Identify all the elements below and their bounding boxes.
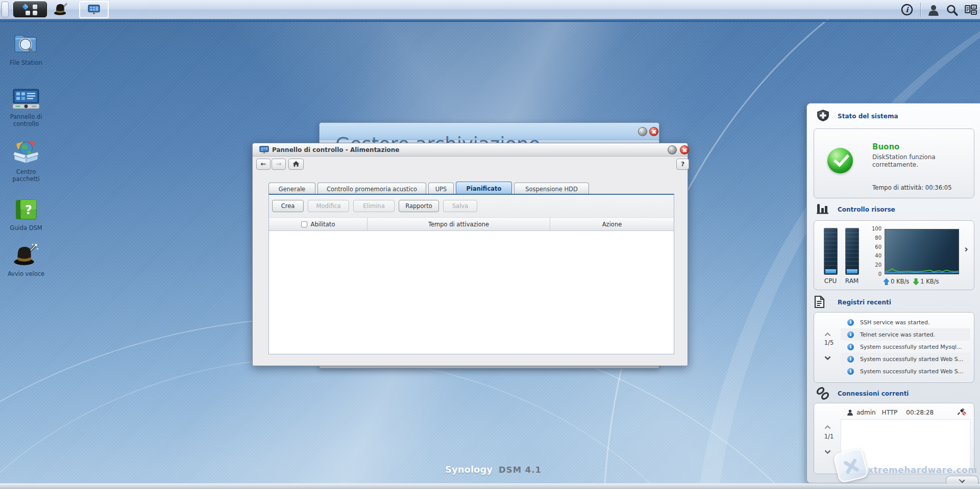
axis-tick: 40 xyxy=(868,253,881,259)
desktop-icon-control-panel[interactable]: Pannello di controllo xyxy=(1,89,52,127)
log-row[interactable]: iSystem successfully started Mysql... xyxy=(841,341,970,353)
logs-page-up[interactable] xyxy=(824,329,831,333)
salva-button[interactable]: Salva xyxy=(443,200,477,212)
desktop-icon-file-station[interactable]: File Station xyxy=(1,32,52,66)
connections-page-down[interactable] xyxy=(824,446,831,450)
pilot-view-icon xyxy=(965,5,977,15)
desktop-background: i File Station Pannello di controllo Cen… xyxy=(0,0,980,489)
log-row[interactable]: iTelnet service was started. xyxy=(841,328,970,341)
column-header-azione[interactable]: Azione xyxy=(550,218,674,230)
crea-button[interactable]: Crea xyxy=(272,200,304,212)
desktop-icon-dsm-help[interactable]: ? Guida DSM xyxy=(1,199,52,231)
svg-text:?: ? xyxy=(25,203,32,217)
top-bar xyxy=(0,0,980,19)
log-text: SSH service was started. xyxy=(860,319,929,326)
sidebar-collapse-tab[interactable] xyxy=(946,476,978,484)
main-menu-button[interactable] xyxy=(13,2,47,17)
back-button[interactable]: ← xyxy=(256,159,271,170)
minimize-button[interactable] xyxy=(638,127,647,136)
network-speed: 0 KB/s 1 KB/s xyxy=(884,278,939,285)
axis-tick: 100 xyxy=(868,226,881,231)
log-text: System successfully started Web S... xyxy=(860,356,963,363)
taskbar-control-panel-button[interactable] xyxy=(79,1,109,18)
column-header-abilitato[interactable]: Abilitato xyxy=(269,218,368,230)
status-description: DiskStation funziona correttamente. xyxy=(872,153,957,169)
watermark-text: xtremehardware.com xyxy=(868,465,977,475)
logs-page-down[interactable] xyxy=(824,352,831,356)
logs-page-indicator: 1/5 xyxy=(819,339,839,346)
pilot-view-button[interactable] xyxy=(965,5,977,17)
forward-button[interactable]: → xyxy=(272,159,286,170)
connections-page-indicator: 1/1 xyxy=(819,433,839,440)
network-chart xyxy=(885,229,959,274)
log-row[interactable]: iSSH service was started. xyxy=(841,316,970,328)
disconnect-icon[interactable] xyxy=(957,408,966,417)
info-icon: i xyxy=(847,344,854,350)
elimina-button[interactable]: Elimina xyxy=(353,200,395,212)
log-row[interactable]: iSystem successfully started Web S... xyxy=(841,353,970,365)
status-value: Buono xyxy=(872,142,899,151)
close-button[interactable] xyxy=(649,127,658,136)
brand-version: DSM 4.1 xyxy=(499,465,542,475)
section-title-resource-monitor: Controllo risorse xyxy=(838,206,895,213)
window-title: Pannello di controllo - Alimentazione xyxy=(272,146,400,153)
log-list: iSSH service was started. iTelnet servic… xyxy=(841,316,970,377)
user-menu-button[interactable] xyxy=(927,4,940,18)
bottom-strip xyxy=(0,483,980,489)
status-ok-icon xyxy=(827,148,853,173)
select-all-checkbox[interactable] xyxy=(301,221,307,227)
log-row[interactable]: iSystem successfully started Web S... xyxy=(841,365,970,377)
desktop-icon-label: Avvio veloce xyxy=(1,270,52,277)
resource-monitor-card: CPU RAM 100 80 60 40 20 0 0 KB/s 1 KB/s … xyxy=(814,220,974,290)
recent-logs-card: 1/5 iSSH service was started. iTelnet se… xyxy=(814,312,974,383)
control-panel-window: Pannello di controllo - Alimentazione ← … xyxy=(252,143,688,366)
user-icon xyxy=(927,4,940,16)
section-title-recent-logs: Registri recenti xyxy=(838,299,891,306)
chain-link-icon xyxy=(816,387,830,402)
connections-page-up[interactable] xyxy=(824,422,831,426)
search-button[interactable] xyxy=(946,4,958,18)
desktop-icon-label: Guida DSM xyxy=(1,224,52,231)
minimize-button[interactable] xyxy=(668,145,677,155)
ram-meter xyxy=(845,228,859,275)
tab-ups[interactable]: UPS xyxy=(428,183,454,195)
desktop-icon-label: File Station xyxy=(1,59,52,66)
section-title-system-status: Stato del sistema xyxy=(838,113,898,120)
desktop-icon-quick-start[interactable]: Avvio veloce xyxy=(1,243,52,277)
rapporto-button[interactable]: Rapporto xyxy=(399,200,439,212)
tab-sospensione-hdd[interactable]: Sospensione HDD xyxy=(514,183,589,195)
tab-generale[interactable]: Generale xyxy=(268,183,315,195)
table-header: Abilitato Tempo di attivazione Azione xyxy=(269,217,674,231)
tab-pianificato[interactable]: Pianificato xyxy=(456,182,512,195)
package-center-icon xyxy=(13,140,39,164)
chevron-up-icon xyxy=(824,332,831,337)
info-icon: i xyxy=(847,368,854,375)
help-button[interactable]: ? xyxy=(676,159,689,170)
connection-row[interactable]: admin HTTP 00:28:28 xyxy=(841,407,970,418)
uptime-label: Tempo di attività: 00:36:05 xyxy=(872,184,952,191)
bar-chart-icon xyxy=(816,203,830,217)
column-header-tempo-di-attivazione[interactable]: Tempo di attivazione xyxy=(368,218,550,230)
home-button[interactable] xyxy=(288,159,304,170)
connection-protocol: HTTP xyxy=(882,409,898,416)
close-button[interactable] xyxy=(680,145,689,155)
axis-tick: 20 xyxy=(868,262,881,268)
log-text: System successfully started Mysql... xyxy=(860,344,962,350)
desktop-icon-label: Pannello di controllo xyxy=(1,113,52,127)
magic-hat-icon xyxy=(13,243,39,266)
taskbar-quick-start-button[interactable] xyxy=(51,2,71,17)
svg-text:i: i xyxy=(905,6,909,14)
download-arrow-icon xyxy=(913,278,919,285)
toolbar: Crea Modifica Elimina Rapporto Salva xyxy=(269,195,674,217)
info-icon: i xyxy=(847,331,854,338)
show-desktop-button[interactable] xyxy=(2,2,9,17)
download-speed: 1 KB/s xyxy=(920,278,939,285)
info-icon: i xyxy=(847,319,854,326)
info-button[interactable]: i xyxy=(901,4,913,18)
ram-label: RAM xyxy=(843,277,861,285)
modifica-button[interactable]: Modifica xyxy=(308,200,349,212)
expand-chevron[interactable]: › xyxy=(964,243,968,254)
connection-time: 00:28:28 xyxy=(906,409,934,416)
desktop-icon-package-center[interactable]: Centro pacchetti xyxy=(1,140,52,183)
tab-controllo-promemoria-acustico[interactable]: Controllo promemoria acustico xyxy=(317,183,426,195)
